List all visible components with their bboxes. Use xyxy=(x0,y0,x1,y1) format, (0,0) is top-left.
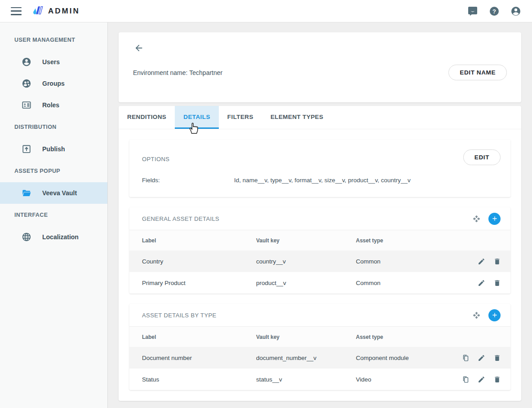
sidebar-item-groups[interactable]: Groups xyxy=(0,73,107,94)
cell-asset-type: Video xyxy=(356,376,462,383)
sidebar-section-user-management: User Management xyxy=(0,29,107,51)
environment-name: Environment name: Techpartner xyxy=(133,69,222,76)
cell-label: Status xyxy=(142,376,256,383)
sidebar-item-label: Localization xyxy=(42,233,79,241)
edit-row-button[interactable] xyxy=(478,375,486,383)
general-asset-details-title: General Asset Details xyxy=(142,215,219,222)
svg-text:?: ? xyxy=(492,8,496,15)
sidebar-item-veeva-vault[interactable]: Veeva Vault xyxy=(0,182,107,204)
cell-label: Country xyxy=(142,258,256,265)
asset-details-by-type-section: Asset Details By Type Label Vault xyxy=(129,304,510,390)
fields-value: Id, name__v, type__v, format__v, size__v… xyxy=(234,177,411,184)
cell-vault-key: country__v xyxy=(256,258,356,265)
column-label: Label xyxy=(142,237,256,244)
tab-renditions[interactable]: RENDITIONS xyxy=(119,106,175,129)
globe-icon xyxy=(22,232,31,242)
fields-label: Fields: xyxy=(142,177,234,184)
delete-row-button[interactable] xyxy=(493,354,501,362)
cell-vault-key: product__v xyxy=(256,280,356,286)
edit-row-button[interactable] xyxy=(478,257,486,265)
asset-details-by-type-title: Asset Details By Type xyxy=(142,312,217,319)
table-row: Country country__v Common xyxy=(129,250,510,272)
table-row: Status status__v Video xyxy=(129,369,510,390)
copy-row-button[interactable] xyxy=(462,354,470,362)
back-button[interactable] xyxy=(133,43,145,53)
options-title: Options xyxy=(142,150,169,162)
add-general-detail-button[interactable] xyxy=(488,213,501,225)
column-vault-key: Vault key xyxy=(256,237,356,244)
delete-row-button[interactable] xyxy=(493,375,501,383)
sidebar-item-label: Users xyxy=(42,58,60,66)
sidebar-item-label: Groups xyxy=(42,80,65,87)
help-icon[interactable]: ? xyxy=(489,6,500,17)
sidebar-item-localization[interactable]: Localization xyxy=(0,226,107,248)
edit-row-button[interactable] xyxy=(478,279,486,287)
delete-row-button[interactable] xyxy=(493,279,501,287)
sidebar-item-label: Roles xyxy=(42,101,59,109)
cell-vault-key: document_number__v xyxy=(256,355,356,361)
move-section-icon[interactable] xyxy=(473,311,480,319)
sidebar-item-label: Veeva Vault xyxy=(42,189,77,197)
sidebar-item-users[interactable]: Users xyxy=(0,51,107,73)
sidebar-item-publish[interactable]: Publish xyxy=(0,138,107,160)
table-header: Label Vault key Asset type xyxy=(129,230,510,250)
publish-icon xyxy=(22,144,31,154)
cell-asset-type: Common xyxy=(356,280,478,286)
table-row: Document number document_number__v Compo… xyxy=(129,347,510,369)
cell-asset-type: Common xyxy=(356,258,478,265)
roles-badge-icon xyxy=(22,100,31,110)
column-asset-type: Asset type xyxy=(356,334,501,340)
edit-options-button[interactable]: EDIT xyxy=(463,149,501,165)
table-row: Primary Product product__v Common xyxy=(129,272,510,294)
tab-bar: RENDITIONS DETAILS FILTERS ELEMENT TYPES xyxy=(119,106,521,129)
table-header: Label Vault key Asset type xyxy=(129,326,510,347)
topbar-actions: ? xyxy=(467,6,521,17)
app-window: Admin ? xyxy=(0,0,532,408)
column-asset-type: Asset type xyxy=(356,237,501,244)
cell-vault-key: status__v xyxy=(256,376,356,383)
folder-open-icon xyxy=(22,188,31,198)
general-asset-details-section: General Asset Details Label Vault xyxy=(129,207,510,294)
environment-name-label: Environment name: xyxy=(133,69,187,76)
tab-element-types[interactable]: ELEMENT TYPES xyxy=(262,106,332,129)
move-section-icon[interactable] xyxy=(473,215,480,223)
delete-row-button[interactable] xyxy=(493,257,501,265)
sidebar-section-interface: Interface xyxy=(0,204,107,226)
main-content: Environment name: Techpartner EDIT NAME … xyxy=(108,22,532,408)
edit-row-button[interactable] xyxy=(478,354,486,362)
options-section: Options EDIT Fields: Id, name__v, type__… xyxy=(129,140,510,197)
cell-label: Document number xyxy=(142,355,256,361)
top-bar: Admin ? xyxy=(0,0,532,22)
brand: Admin xyxy=(31,4,80,18)
add-type-detail-button[interactable] xyxy=(488,309,501,321)
column-vault-key: Vault key xyxy=(256,334,356,340)
details-card: RENDITIONS DETAILS FILTERS ELEMENT TYPES… xyxy=(119,106,521,401)
copy-row-button[interactable] xyxy=(462,375,470,383)
hamburger-menu-icon[interactable] xyxy=(11,7,22,15)
cell-label: Primary Product xyxy=(142,280,256,286)
user-icon xyxy=(22,57,31,67)
tab-filters[interactable]: FILTERS xyxy=(219,106,262,129)
messages-icon[interactable] xyxy=(467,6,478,17)
tab-details[interactable]: DETAILS xyxy=(175,106,219,129)
cell-asset-type: Component module xyxy=(356,355,462,361)
sidebar-item-label: Publish xyxy=(42,145,65,153)
brand-title: Admin xyxy=(48,7,80,16)
edit-name-button[interactable]: EDIT NAME xyxy=(448,65,507,80)
environment-name-value: Techpartner xyxy=(189,69,222,76)
sidebar-item-roles[interactable]: Roles xyxy=(0,94,107,116)
column-label: Label xyxy=(142,334,256,340)
sidebar-section-assets-popup: Assets Popup xyxy=(0,160,107,182)
groups-icon xyxy=(22,79,31,88)
sidebar: User Management Users Groups Roles Distr xyxy=(0,22,108,408)
admin-logo-icon xyxy=(31,4,44,18)
environment-card: Environment name: Techpartner EDIT NAME xyxy=(119,32,521,102)
sidebar-section-distribution: Distribution xyxy=(0,116,107,138)
profile-icon[interactable] xyxy=(510,6,521,17)
